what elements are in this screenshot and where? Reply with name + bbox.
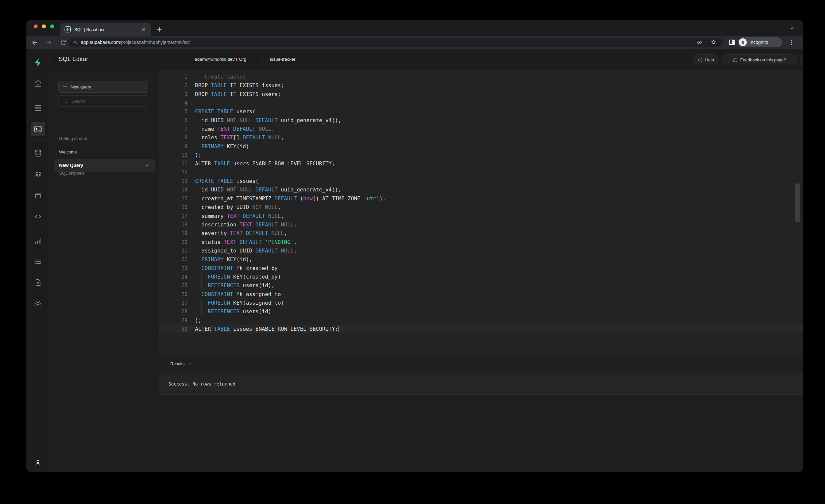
code-line[interactable]: 27 FOREIGN KEY(assigned_to) bbox=[159, 299, 803, 307]
sidebar-item-welcome[interactable]: Welcome bbox=[59, 149, 77, 154]
results-label: Results bbox=[170, 361, 184, 366]
code-line[interactable]: 21 assigned_to UUID DEFAULT NULL, bbox=[159, 246, 803, 255]
line-number: 30 bbox=[159, 325, 188, 333]
forward-icon[interactable] bbox=[45, 38, 53, 47]
docs-icon[interactable] bbox=[26, 278, 50, 287]
notifications-button[interactable] bbox=[800, 55, 803, 65]
search-input[interactable] bbox=[71, 98, 137, 104]
reload-icon[interactable] bbox=[59, 38, 67, 47]
code-line[interactable]: 4 bbox=[159, 99, 803, 107]
url-text: app.supabase.com/project/azahtnhqohyjerz… bbox=[81, 40, 190, 45]
line-number: 13 bbox=[159, 177, 188, 186]
code-line[interactable]: 17 summary TEXT DEFAULT NULL, bbox=[159, 212, 803, 220]
back-icon[interactable] bbox=[30, 38, 39, 47]
code-line[interactable]: 15 created_at TIMESTAMPTZ DEFAULT (now()… bbox=[159, 195, 803, 203]
indent-guide bbox=[195, 195, 195, 203]
code-line[interactable]: 2DROP TABLE IF EXISTS issues; bbox=[159, 81, 803, 90]
code-line[interactable]: 7 name TEXT DEFAULT NULL, bbox=[159, 125, 803, 133]
url-path: /project/azahtnhqohyjerzaxtmk/sql bbox=[120, 40, 190, 45]
table-editor-icon[interactable] bbox=[26, 103, 50, 113]
auth-icon[interactable] bbox=[26, 170, 50, 179]
line-number: 24 bbox=[159, 273, 188, 281]
code-line[interactable]: 10); bbox=[159, 151, 803, 159]
code-text: id UUID NOT NULL DEFAULT uuid_generate_v… bbox=[188, 116, 341, 125]
traffic-light-zoom[interactable] bbox=[50, 24, 54, 28]
logs-icon[interactable] bbox=[26, 257, 50, 267]
sql-code-editor[interactable]: 1-- Create tables2DROP TABLE IF EXISTS i… bbox=[159, 70, 803, 356]
chevron-down-icon bbox=[188, 362, 192, 366]
code-line[interactable]: 13CREATE TABLE issues( bbox=[159, 177, 803, 186]
browser-tab[interactable]: SQL | Supabase bbox=[60, 23, 151, 35]
tab-close-icon[interactable] bbox=[141, 27, 146, 32]
code-line[interactable]: 19 severity TEXT DEFAULT NULL, bbox=[159, 229, 803, 238]
traffic-light-minimize[interactable] bbox=[42, 24, 46, 28]
traffic-light-close[interactable] bbox=[34, 24, 38, 28]
code-text: ALTER TABLE users ENABLE ROW LEVEL SECUR… bbox=[188, 159, 335, 168]
indent-guide bbox=[195, 133, 195, 142]
code-line[interactable]: 11ALTER TABLE users ENABLE ROW LEVEL SEC… bbox=[159, 159, 803, 168]
line-number: 18 bbox=[159, 220, 188, 229]
code-line[interactable]: 16 created_by UUID NOT NULL, bbox=[159, 203, 803, 212]
browser-menu-icon[interactable] bbox=[789, 39, 795, 46]
sql-editor-icon[interactable] bbox=[26, 124, 50, 134]
code-line[interactable]: 28 REFERENCES users(id) bbox=[159, 307, 803, 316]
account-icon[interactable] bbox=[26, 458, 50, 468]
line-number: 8 bbox=[159, 133, 188, 142]
new-query-button[interactable]: New query bbox=[58, 81, 148, 93]
code-line[interactable]: 9 PRIMARY KEY(id) bbox=[159, 142, 803, 151]
supabase-logo[interactable] bbox=[26, 57, 50, 67]
line-number: 10 bbox=[159, 151, 188, 159]
code-text: CREATE TABLE issues( bbox=[188, 177, 259, 186]
storage-icon[interactable] bbox=[26, 191, 50, 201]
indent-guide bbox=[195, 220, 195, 229]
code-line[interactable]: 30ALTER TABLE issues ENABLE ROW LEVEL SE… bbox=[159, 325, 803, 333]
help-button[interactable]: Help bbox=[693, 55, 719, 65]
code-text: created_by UUID NOT NULL, bbox=[188, 203, 281, 212]
code-line[interactable]: 29); bbox=[159, 316, 803, 325]
line-number: 11 bbox=[159, 159, 188, 168]
code-line[interactable]: 6 id UUID NOT NULL DEFAULT uuid_generate… bbox=[159, 116, 803, 125]
code-line[interactable]: 8 roles TEXT[] DEFAULT NULL, bbox=[159, 133, 803, 142]
code-text: ); bbox=[188, 151, 201, 159]
home-icon[interactable] bbox=[26, 79, 50, 88]
code-line[interactable]: 25 REFERENCES users(id), bbox=[159, 281, 803, 290]
code-line[interactable]: 18 description TEXT DEFAULT NULL, bbox=[159, 220, 803, 229]
line-number: 12 bbox=[159, 168, 188, 177]
database-icon[interactable] bbox=[26, 148, 50, 158]
side-panel-icon[interactable] bbox=[729, 39, 735, 45]
code-line[interactable]: 26 CONSTRAINT fk_assigned_to bbox=[159, 290, 803, 299]
breadcrumb-project[interactable]: issue-tracker bbox=[270, 57, 295, 62]
code-line[interactable]: 5CREATE TABLE users( bbox=[159, 107, 803, 116]
code-line[interactable]: 23 CONSTRAINT fk_created_by bbox=[159, 264, 803, 273]
feedback-button[interactable]: Feedback on this page? bbox=[722, 55, 797, 65]
edge-functions-icon[interactable] bbox=[26, 212, 50, 221]
code-line[interactable]: 14 id UUID NOT NULL DEFAULT uuid_generat… bbox=[159, 186, 803, 194]
search-box[interactable] bbox=[58, 95, 148, 106]
app-header: SQL Editor adam@windmill.dev's Org / iss… bbox=[50, 49, 803, 70]
results-tab[interactable]: Results bbox=[170, 361, 192, 366]
url-bar[interactable]: app.supabase.com/project/azahtnhqohyjerz… bbox=[68, 38, 723, 47]
sidebar-item-new-query[interactable]: New Query bbox=[54, 159, 155, 172]
code-line[interactable]: 22 PRIMARY KEY(id), bbox=[159, 255, 803, 264]
indent-guide bbox=[195, 229, 195, 238]
bookmark-star-icon[interactable] bbox=[710, 39, 717, 45]
breadcrumb-org[interactable]: adam@windmill.dev's Org bbox=[195, 57, 246, 62]
code-text: ); bbox=[188, 316, 201, 325]
editor-scrollbar[interactable] bbox=[795, 184, 800, 222]
settings-icon[interactable] bbox=[26, 298, 50, 308]
incognito-icon bbox=[739, 38, 747, 46]
incognito-label: Incognito bbox=[749, 40, 768, 45]
help-icon bbox=[698, 57, 703, 63]
code-line[interactable]: 3DROP TABLE IF EXISTS users; bbox=[159, 90, 803, 99]
code-line[interactable]: 1-- Create tables bbox=[159, 73, 803, 81]
reports-icon[interactable] bbox=[26, 236, 50, 246]
new-tab-button[interactable] bbox=[155, 25, 164, 34]
code-line[interactable]: 24 FOREIGN KEY(created_by) bbox=[159, 273, 803, 281]
privacy-eye-off-icon[interactable] bbox=[697, 40, 702, 45]
code-line[interactable]: 20 status TEXT DEFAULT 'PENDING', bbox=[159, 238, 803, 246]
line-number: 26 bbox=[159, 290, 188, 299]
indent-guide bbox=[201, 281, 202, 290]
indent-guide bbox=[201, 273, 202, 281]
tab-search-chevron-icon[interactable] bbox=[788, 24, 797, 33]
code-line[interactable]: 12 bbox=[159, 168, 803, 177]
